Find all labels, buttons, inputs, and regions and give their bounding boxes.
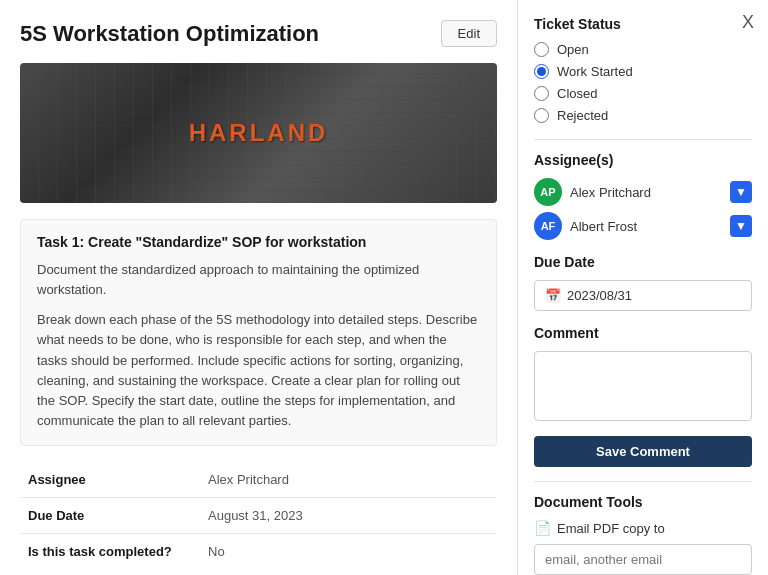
assignee-name: Albert Frost xyxy=(570,219,722,234)
pdf-icon: 📄 xyxy=(534,520,551,536)
email-pdf-label: Email PDF copy to xyxy=(557,521,665,536)
email-input[interactable] xyxy=(534,544,752,575)
due-date-value: 2023/08/31 xyxy=(567,288,632,303)
ticket-status-label: Ticket Status xyxy=(534,16,752,32)
calendar-icon: 📅 xyxy=(545,288,561,303)
radio-rejected[interactable]: Rejected xyxy=(534,108,752,123)
radio-input-rejected[interactable] xyxy=(534,108,549,123)
assignee-dropdown-button[interactable]: ▼ xyxy=(730,215,752,237)
comment-section: Comment xyxy=(534,325,752,424)
assignees-label: Assignee(s) xyxy=(534,152,752,168)
radio-work-started[interactable]: Work Started xyxy=(534,64,752,79)
task-description-1: Document the standardized approach to ma… xyxy=(37,260,480,300)
avatar: AP xyxy=(534,178,562,206)
radio-input-work-started[interactable] xyxy=(534,64,549,79)
page-title: 5S Workstation Optimization xyxy=(20,21,319,47)
right-panel: X Ticket Status Open Work Started Closed… xyxy=(518,0,768,575)
table-cell-value: August 31, 2023 xyxy=(200,498,497,534)
workstation-image: HARLAND xyxy=(20,63,497,203)
ticket-status-group: Open Work Started Closed Rejected xyxy=(534,42,752,123)
info-table: Assignee Alex Pritchard Due Date August … xyxy=(20,462,497,569)
table-cell-label: Assignee xyxy=(20,462,200,498)
edit-button[interactable]: Edit xyxy=(441,20,497,47)
table-row: Assignee Alex Pritchard xyxy=(20,462,497,498)
document-tools-section: Document Tools 📄 Email PDF copy to xyxy=(534,494,752,575)
assignee-row: AF Albert Frost ▼ xyxy=(534,212,752,240)
radio-label-closed: Closed xyxy=(557,86,597,101)
email-pdf-row: 📄 Email PDF copy to xyxy=(534,520,752,536)
close-button[interactable]: X xyxy=(742,12,754,33)
table-cell-label: Due Date xyxy=(20,498,200,534)
avatar: AF xyxy=(534,212,562,240)
table-cell-value: No xyxy=(200,534,497,570)
assignee-name: Alex Pritchard xyxy=(570,185,722,200)
radio-label-open: Open xyxy=(557,42,589,57)
radio-label-work-started: Work Started xyxy=(557,64,633,79)
comment-textarea[interactable] xyxy=(534,351,752,421)
due-date-label: Due Date xyxy=(534,254,752,270)
radio-input-closed[interactable] xyxy=(534,86,549,101)
comment-label: Comment xyxy=(534,325,752,341)
task-section: Task 1: Create "Standardize" SOP for wor… xyxy=(20,219,497,446)
divider-1 xyxy=(534,139,752,140)
task-title: Task 1: Create "Standardize" SOP for wor… xyxy=(37,234,480,250)
radio-label-rejected: Rejected xyxy=(557,108,608,123)
assignee-row: AP Alex Pritchard ▼ xyxy=(534,178,752,206)
task-description-2: Break down each phase of the 5S methodol… xyxy=(37,310,480,431)
document-tools-label: Document Tools xyxy=(534,494,752,510)
machine-detail-overlay xyxy=(20,63,497,203)
save-comment-button[interactable]: Save Comment xyxy=(534,436,752,467)
table-cell-value: Alex Pritchard xyxy=(200,462,497,498)
divider-2 xyxy=(534,481,752,482)
table-cell-label: Is this task completed? xyxy=(20,534,200,570)
radio-open[interactable]: Open xyxy=(534,42,752,57)
radio-input-open[interactable] xyxy=(534,42,549,57)
table-row: Is this task completed? No xyxy=(20,534,497,570)
due-date-input[interactable]: 📅 2023/08/31 xyxy=(534,280,752,311)
table-row: Due Date August 31, 2023 xyxy=(20,498,497,534)
assignee-dropdown-button[interactable]: ▼ xyxy=(730,181,752,203)
assignees-section: Assignee(s) AP Alex Pritchard ▼ AF Alber… xyxy=(534,152,752,240)
page-header: 5S Workstation Optimization Edit xyxy=(20,20,497,47)
radio-closed[interactable]: Closed xyxy=(534,86,752,101)
due-date-section: Due Date 📅 2023/08/31 xyxy=(534,254,752,311)
left-panel: 5S Workstation Optimization Edit HARLAND… xyxy=(0,0,518,575)
